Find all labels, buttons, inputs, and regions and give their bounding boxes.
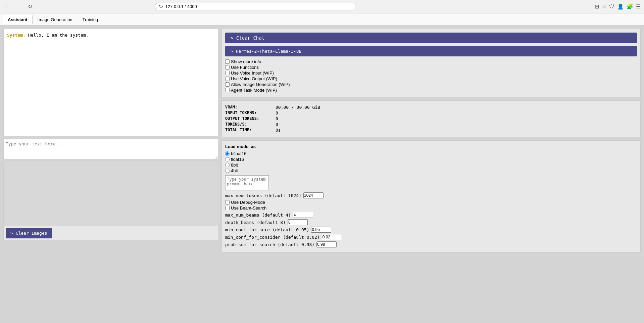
controls-panel: > Clear Chat > Hermes-2-Theta-Llama-3-8B… bbox=[221, 29, 641, 97]
settings-panel: Load model as bfloat16 float16 8bit 4bit bbox=[221, 140, 641, 252]
radio-8bit-label: 8bit bbox=[231, 163, 238, 168]
use-debug-mode-row: Use Debug-Mode bbox=[225, 200, 637, 205]
left-panel: System: Hello, I am the system. > Clear … bbox=[3, 29, 218, 320]
total-time-row: Total Time: 0s bbox=[225, 128, 637, 133]
vram-row: Vram: 00.00 / 00.00 GiB bbox=[225, 105, 637, 110]
depth-beams-label: depth_beams (default 8) bbox=[225, 220, 286, 225]
url-bar[interactable]: 🛡 127.0.0.1:14000 bbox=[155, 3, 356, 10]
checkbox-use-functions: Use Functions bbox=[225, 65, 637, 70]
checkbox-voice-output: Use Voice Output (WIP) bbox=[225, 76, 637, 81]
checkbox-use-functions-input[interactable] bbox=[225, 65, 230, 70]
forward-button[interactable]: → bbox=[15, 3, 23, 10]
total-time-value: 0s bbox=[276, 128, 281, 133]
radio-bfloat16-input[interactable] bbox=[225, 151, 230, 156]
clear-images-button[interactable]: > Clear Images bbox=[6, 228, 52, 238]
radio-4bit-label: 4bit bbox=[231, 168, 238, 173]
min-conf-consider-row: min_conf_for_consider (default 0.02) bbox=[225, 234, 637, 240]
checkbox-agent-task-mode-label: Agent Task Mode (WIP) bbox=[231, 88, 277, 93]
prob-sum-search-label: prob_sum_for_search (default 0.98) bbox=[225, 242, 314, 247]
browser-chrome: ← → ↻ 🛡 127.0.0.1:14000 ⊞ ☆ 🛡 👤 🧩 ☰ bbox=[0, 0, 644, 13]
radio-4bit: 4bit bbox=[225, 168, 637, 173]
depth-beams-input[interactable] bbox=[288, 219, 308, 225]
main-content: System: Hello, I am the system. > Clear … bbox=[0, 26, 644, 323]
vram-value: 00.00 / 00.00 GiB bbox=[276, 105, 320, 110]
clear-chat-button[interactable]: > Clear Chat bbox=[225, 33, 637, 43]
prob-sum-search-input[interactable] bbox=[316, 241, 337, 247]
max-num-beams-row: max_num_beams (default 4) bbox=[225, 212, 637, 218]
radio-float16-input[interactable] bbox=[225, 157, 230, 162]
min-conf-consider-label: min_conf_for_consider (default 0.02) bbox=[225, 235, 320, 240]
back-button[interactable]: ← bbox=[3, 3, 12, 10]
use-debug-mode-label: Use Debug-Mode bbox=[231, 200, 265, 205]
max-num-beams-label: max_num_beams (default 4) bbox=[225, 213, 291, 218]
checkbox-voice-output-label: Use Voice Output (WIP) bbox=[231, 76, 277, 81]
checkbox-image-generation-input[interactable] bbox=[225, 82, 230, 87]
vram-label: Vram: bbox=[225, 105, 269, 110]
checkbox-voice-output-input[interactable] bbox=[225, 77, 230, 81]
settings-title: Load model as bbox=[225, 144, 637, 149]
use-beam-search-label: Use Beam-Search bbox=[231, 205, 266, 211]
checkbox-show-more-info-label: Show more info bbox=[231, 59, 261, 64]
checkbox-voice-input-label: Use Voice Input (WIP) bbox=[231, 71, 274, 76]
checkbox-image-generation: Allow Image Generation (WIP) bbox=[225, 82, 637, 87]
image-area: > Clear Images bbox=[3, 162, 218, 241]
output-tokens-value: 0 bbox=[276, 116, 278, 121]
output-tokens-row: Output Tokens: 0 bbox=[225, 116, 637, 121]
checkbox-show-more-info: Show more info bbox=[225, 59, 637, 64]
radio-float16: float16 bbox=[225, 157, 637, 162]
depth-beams-row: depth_beams (default 8) bbox=[225, 219, 637, 225]
translate-icon[interactable]: ⊞ bbox=[595, 3, 599, 10]
radio-bfloat16: bfloat16 bbox=[225, 151, 637, 156]
prob-sum-search-row: prob_sum_for_search (default 0.98) bbox=[225, 241, 637, 247]
profile-icon[interactable]: 👤 bbox=[617, 3, 624, 10]
tokens-per-s-label: Tokens/s: bbox=[225, 122, 269, 127]
security-icon: 🛡 bbox=[159, 4, 163, 9]
checkbox-list: Show more info Use Functions Use Voice I… bbox=[225, 59, 637, 93]
right-panel: > Clear Chat > Hermes-2-Theta-Llama-3-8B… bbox=[221, 29, 641, 320]
tab-image-generation[interactable]: Image Generation bbox=[33, 15, 78, 24]
min-conf-sure-row: min_conf_for_sure (default 0.95) bbox=[225, 227, 637, 233]
min-conf-sure-input[interactable] bbox=[311, 227, 331, 233]
total-time-label: Total Time: bbox=[225, 128, 269, 133]
app-tabs: Assistant Image Generation Training bbox=[0, 13, 644, 26]
max-new-tokens-row: max new tokens (default 1024) bbox=[225, 192, 637, 198]
chat-text-input[interactable] bbox=[3, 139, 218, 159]
input-tokens-label: Input Tokens: bbox=[225, 110, 269, 116]
use-beam-search-input[interactable] bbox=[225, 206, 230, 210]
min-conf-sure-label: min_conf_for_sure (default 0.95) bbox=[225, 227, 309, 232]
input-tokens-row: Input Tokens: 0 bbox=[225, 110, 637, 116]
use-debug-mode-input[interactable] bbox=[225, 200, 230, 204]
checkbox-voice-input-input[interactable] bbox=[225, 71, 230, 75]
radio-4bit-input[interactable] bbox=[225, 169, 230, 173]
system-text: Hello, I am the system. bbox=[28, 33, 89, 38]
min-conf-consider-input[interactable] bbox=[322, 234, 342, 240]
system-prompt-input[interactable] bbox=[225, 175, 269, 190]
radio-bfloat16-label: bfloat16 bbox=[231, 151, 246, 156]
tokens-per-s-value: 0 bbox=[276, 122, 278, 127]
bookmark-icon[interactable]: ☆ bbox=[602, 3, 606, 10]
radio-8bit-input[interactable] bbox=[225, 163, 230, 167]
refresh-button[interactable]: ↻ bbox=[26, 3, 34, 10]
checkbox-show-more-info-input[interactable] bbox=[225, 59, 230, 64]
radio-8bit: 8bit bbox=[225, 163, 637, 168]
checkbox-image-generation-label: Allow Image Generation (WIP) bbox=[231, 82, 290, 87]
stats-panel: Vram: 00.00 / 00.00 GiB Input Tokens: 0 … bbox=[221, 100, 641, 137]
output-tokens-label: Output Tokens: bbox=[225, 116, 269, 121]
use-beam-search-row: Use Beam-Search bbox=[225, 205, 637, 211]
radio-float16-label: float16 bbox=[231, 157, 244, 162]
image-preview bbox=[4, 162, 218, 226]
browser-icons: ⊞ ☆ 🛡 👤 🧩 ☰ bbox=[595, 3, 641, 10]
extensions-icon[interactable]: 🧩 bbox=[627, 3, 633, 10]
max-new-tokens-input[interactable] bbox=[303, 192, 324, 198]
checkbox-agent-task-mode: Agent Task Mode (WIP) bbox=[225, 88, 637, 93]
max-num-beams-input[interactable] bbox=[293, 212, 313, 218]
tab-assistant[interactable]: Assistant bbox=[3, 15, 33, 24]
menu-icon[interactable]: ☰ bbox=[636, 3, 641, 10]
system-label: System: bbox=[7, 33, 26, 38]
tab-training[interactable]: Training bbox=[78, 15, 103, 24]
checkbox-agent-task-mode-input[interactable] bbox=[225, 88, 230, 92]
chat-area: System: Hello, I am the system. bbox=[3, 29, 218, 136]
checkbox-use-functions-label: Use Functions bbox=[231, 65, 259, 70]
shield-icon[interactable]: 🛡 bbox=[609, 4, 614, 10]
model-selector-button[interactable]: > Hermes-2-Theta-Llama-3-8B bbox=[225, 46, 637, 56]
